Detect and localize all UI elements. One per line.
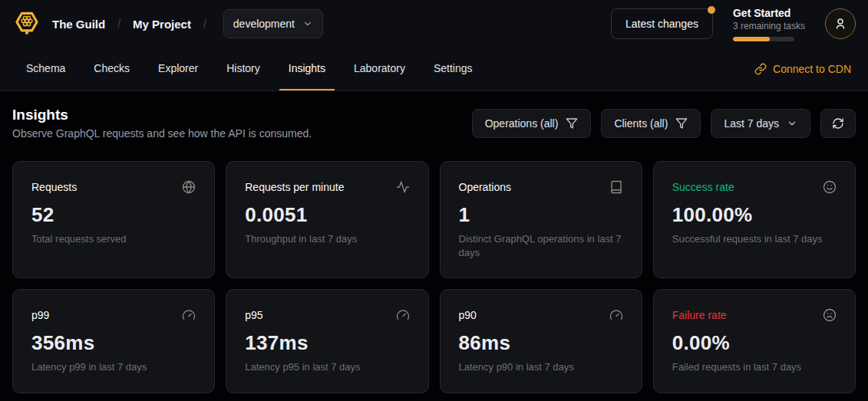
get-started-title: Get Started xyxy=(733,7,805,19)
period-selector[interactable]: Last 7 days xyxy=(711,109,810,138)
get-started-remaining-tasks: 3 remaining tasks xyxy=(733,21,805,31)
failure-rate-card: Failure rate 0.00% Failed requests in la… xyxy=(653,289,856,393)
link-icon xyxy=(754,63,767,75)
connect-to-cdn-label: Connect to CDN xyxy=(773,63,851,75)
card-value: 52 xyxy=(31,203,196,227)
filter-icon xyxy=(566,117,578,130)
card-title: Requests xyxy=(31,181,77,193)
operations-filter-label: Operations (all) xyxy=(485,117,559,130)
user-avatar[interactable] xyxy=(825,8,856,39)
card-value: 100.00% xyxy=(672,203,837,227)
refresh-icon xyxy=(832,117,844,130)
breadcrumb-separator: / xyxy=(116,18,122,30)
tab-laboratory[interactable]: Laboratory xyxy=(345,48,414,90)
refresh-button[interactable] xyxy=(820,109,856,138)
activity-icon xyxy=(396,180,410,194)
card-title: p95 xyxy=(245,309,262,321)
card-title: Success rate xyxy=(672,181,734,193)
tab-insights[interactable]: Insights xyxy=(279,48,335,90)
card-description: Distinct GraphQL operations in last 7 da… xyxy=(459,232,623,259)
tab-schema[interactable]: Schema xyxy=(17,48,74,90)
card-description: Latency p99 in last 7 days xyxy=(31,360,196,374)
smile-icon xyxy=(823,180,837,194)
latest-changes-label: Latest changes xyxy=(625,18,698,30)
gauge-icon xyxy=(182,308,196,322)
clients-filter-button[interactable]: Clients (all) xyxy=(601,109,701,138)
card-description: Failed requests in last 7 days xyxy=(672,360,837,374)
notification-dot xyxy=(708,6,715,14)
chevron-down-icon xyxy=(302,18,313,29)
page-title: Insights xyxy=(12,107,312,123)
gauge-icon xyxy=(609,308,623,322)
chevron-down-icon xyxy=(787,118,797,129)
period-selector-value: Last 7 days xyxy=(724,117,779,130)
tab-explorer[interactable]: Explorer xyxy=(149,48,207,90)
target-selector-value: development xyxy=(233,18,295,30)
card-title: p90 xyxy=(459,309,477,321)
operations-filter-button[interactable]: Operations (all) xyxy=(472,109,592,138)
operations-card: Operations 1 Distinct GraphQL operations… xyxy=(440,161,642,278)
card-title: Operations xyxy=(459,181,511,193)
globe-icon xyxy=(182,180,196,194)
project-nav: Schema Checks Explorer History Insights … xyxy=(0,48,868,91)
p95-latency-card: p95 137ms Latency p95 in last 7 days xyxy=(226,289,428,393)
tab-settings[interactable]: Settings xyxy=(424,48,482,90)
success-rate-card: Success rate 100.00% Successful requests… xyxy=(653,161,856,278)
page-subtitle: Observe GraphQL requests and see how the… xyxy=(12,127,312,140)
hive-logo-icon[interactable] xyxy=(12,9,41,38)
requests-card: Requests 52 Total requests served xyxy=(12,161,215,278)
card-value: 0.00% xyxy=(672,331,837,355)
frown-icon xyxy=(823,308,837,322)
card-value: 86ms xyxy=(459,331,623,355)
p90-latency-card: p90 86ms Latency p90 in last 7 days xyxy=(440,289,642,393)
breadcrumb-project[interactable]: My Project xyxy=(133,18,191,31)
card-description: Total requests served xyxy=(31,232,196,246)
user-icon xyxy=(833,17,847,31)
target-selector[interactable]: development xyxy=(223,9,323,38)
stats-cards-grid: Requests 52 Total requests served Reques… xyxy=(12,161,856,393)
tab-history[interactable]: History xyxy=(217,48,269,90)
requests-per-minute-card: Requests per minute 0.0051 Throughput in… xyxy=(226,161,428,278)
card-description: Latency p95 in last 7 days xyxy=(245,360,409,374)
get-started-progress-bar xyxy=(733,37,794,41)
card-title: p99 xyxy=(31,309,49,321)
card-value: 1 xyxy=(459,203,623,227)
card-description: Throughput in last 7 days xyxy=(245,232,409,246)
filter-icon xyxy=(675,117,688,130)
latest-changes-button[interactable]: Latest changes xyxy=(611,8,713,39)
top-bar: The Guild / My Project / development Lat… xyxy=(0,0,868,48)
card-title: Failure rate xyxy=(672,309,727,321)
card-description: Successful requests in last 7 days xyxy=(672,232,837,246)
insights-page: Insights Observe GraphQL requests and se… xyxy=(0,91,868,401)
card-value: 0.0051 xyxy=(245,203,409,227)
get-started-progress-fill xyxy=(733,37,770,41)
p99-latency-card: p99 356ms Latency p99 in last 7 days xyxy=(12,289,215,393)
breadcrumb-org[interactable]: The Guild xyxy=(52,18,105,31)
connect-to-cdn-link[interactable]: Connect to CDN xyxy=(754,48,851,90)
tab-checks[interactable]: Checks xyxy=(84,48,139,90)
card-title: Requests per minute xyxy=(245,181,344,193)
get-started-widget[interactable]: Get Started 3 remaining tasks xyxy=(733,7,805,41)
card-description: Latency p90 in last 7 days xyxy=(459,360,623,374)
card-value: 356ms xyxy=(31,331,196,355)
breadcrumb-separator: / xyxy=(202,18,208,30)
book-icon xyxy=(609,180,623,194)
gauge-icon xyxy=(396,308,410,322)
card-value: 137ms xyxy=(245,331,409,355)
clients-filter-label: Clients (all) xyxy=(614,117,668,130)
